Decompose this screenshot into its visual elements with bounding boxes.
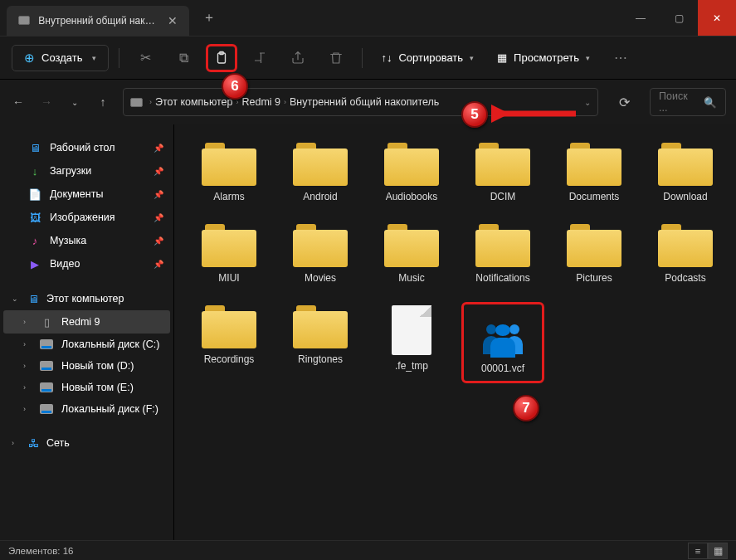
more-icon[interactable]: ⋯: [605, 44, 636, 72]
cut-icon[interactable]: ✂: [129, 44, 161, 72]
folder-icon: [658, 224, 713, 267]
sidebar-drive-item[interactable]: ›Локальный диск (C:): [3, 334, 170, 355]
sidebar-label: Загрузки: [50, 165, 91, 177]
breadcrumb-segment[interactable]: Этот компьютер: [155, 96, 232, 108]
file-item[interactable]: 00001.vcf: [461, 302, 544, 383]
new-tab-button[interactable]: ＋: [202, 9, 216, 27]
file-item[interactable]: .fe_tmp: [370, 302, 453, 383]
sidebar-network[interactable]: › 🖧 Сеть: [3, 431, 170, 455]
sidebar-label: Сеть: [46, 437, 70, 449]
refresh-button[interactable]: ⟳: [610, 88, 638, 116]
search-input[interactable]: Поиск ... 🔍: [650, 88, 726, 116]
sidebar-this-pc[interactable]: ⌄ 🖥 Этот компьютер: [3, 287, 170, 310]
pin-icon: 📌: [154, 260, 163, 269]
chevron-down-icon[interactable]: ⌄: [584, 98, 591, 107]
folder-item[interactable]: Recordings: [188, 302, 271, 383]
breadcrumb-segment[interactable]: Внутренний общий накопитель: [290, 96, 439, 108]
folder-item[interactable]: Notifications: [461, 221, 544, 287]
drive-icon: [130, 98, 143, 107]
paste-icon[interactable]: [206, 44, 237, 72]
up-button[interactable]: ↑: [95, 95, 111, 109]
sidebar-quick-item[interactable]: 🖼Изображения📌: [3, 206, 170, 229]
folder-item[interactable]: Documents: [553, 139, 636, 206]
sidebar-quick-item[interactable]: ♪Музыка📌: [3, 229, 170, 252]
folder-item[interactable]: MIUI: [188, 221, 271, 287]
pin-icon: 📌: [154, 236, 163, 246]
item-label: DCIM: [490, 191, 516, 202]
sidebar-drive-item[interactable]: ›Новый том (D:): [3, 355, 170, 377]
item-label: Recordings: [204, 353, 255, 365]
folder-item[interactable]: Podcasts: [644, 221, 727, 287]
sidebar-quick-item[interactable]: 🖥Рабочий стол📌: [3, 136, 170, 159]
annotation-arrow: [491, 104, 582, 124]
folder-icon: 📄: [28, 187, 41, 201]
item-label: Documents: [569, 191, 620, 202]
sidebar-quick-item[interactable]: ↓Загрузки📌: [3, 159, 170, 183]
breadcrumb-segment[interactable]: Redmi 9: [241, 96, 280, 108]
item-label: Pictures: [576, 272, 612, 284]
item-count: Элементов: 16: [8, 546, 73, 556]
folder-icon: [567, 143, 621, 186]
folder-item[interactable]: Android: [279, 139, 362, 206]
folder-item[interactable]: Download: [644, 139, 727, 206]
view-button[interactable]: ▦ Просмотреть ▾: [489, 46, 598, 69]
folder-item[interactable]: Audiobooks: [370, 139, 453, 206]
folder-item[interactable]: Pictures: [553, 221, 636, 287]
folder-item[interactable]: Movies: [279, 221, 362, 287]
copy-icon[interactable]: ⧉: [168, 44, 199, 72]
active-tab[interactable]: Внутренний общий накопит ✕: [7, 6, 189, 36]
new-label: Создать: [41, 51, 82, 64]
item-label: Android: [303, 191, 337, 202]
search-placeholder: Поиск ...: [659, 90, 697, 114]
folder-item[interactable]: Ringtones: [279, 302, 362, 383]
icons-view-button[interactable]: ▦: [708, 543, 728, 559]
sidebar-label: Локальный диск (C:): [61, 338, 159, 350]
view-label: Просмотреть: [514, 51, 579, 64]
body: 🖥Рабочий стол📌↓Загрузки📌📄Документы📌🖼Изоб…: [0, 124, 736, 540]
share-icon[interactable]: [282, 44, 314, 72]
chevron-down-icon[interactable]: ⌄: [66, 98, 83, 107]
sidebar-redmi-device[interactable]: › ▯ Redmi 9: [3, 310, 170, 334]
minimize-button[interactable]: —: [621, 0, 660, 36]
toolbar: ⊕ Создать ▾ ✂ ⧉ ↑↓ Сортировать ▾ ▦ Просм…: [0, 37, 736, 80]
chevron-down-icon: ▾: [92, 54, 96, 62]
chevron-right-icon: ›: [23, 362, 32, 370]
maximize-button[interactable]: ▢: [660, 0, 698, 36]
folder-item[interactable]: DCIM: [461, 139, 544, 206]
pin-icon: 📌: [154, 167, 163, 176]
sidebar-label: Локальный диск (F:): [61, 403, 158, 415]
new-button[interactable]: ⊕ Создать ▾: [12, 45, 109, 71]
sort-button[interactable]: ↑↓ Сортировать ▾: [373, 46, 482, 69]
sidebar-label: Этот компьютер: [46, 293, 124, 304]
rename-icon[interactable]: [244, 44, 275, 72]
sidebar-label: Новый том (E:): [61, 382, 134, 393]
folder-item[interactable]: Alarms: [188, 139, 271, 206]
close-button[interactable]: ✕: [698, 0, 736, 36]
forward-button[interactable]: →: [38, 95, 55, 109]
divider: [119, 48, 119, 68]
folder-icon: [293, 224, 348, 267]
details-view-button[interactable]: ≡: [688, 543, 708, 559]
back-button[interactable]: ←: [10, 95, 27, 109]
sidebar-quick-item[interactable]: 📄Документы📌: [3, 183, 170, 206]
window-controls: — ▢ ✕: [621, 0, 736, 36]
view-switcher: ≡ ▦: [688, 543, 728, 559]
folder-item[interactable]: Music: [370, 221, 453, 287]
disk-icon: [40, 361, 53, 371]
pin-icon: 📌: [154, 190, 163, 199]
tab-title: Внутренний общий накопит: [38, 15, 159, 27]
folder-icon: [567, 224, 621, 267]
sidebar-quick-item[interactable]: ▶Видео📌: [3, 252, 170, 275]
sidebar-drive-item[interactable]: ›Локальный диск (F:): [3, 398, 170, 420]
content-area[interactable]: AlarmsAndroidAudiobooksDCIMDocumentsDown…: [174, 124, 736, 540]
contacts-icon: [477, 311, 529, 358]
sidebar-label: Музыка: [50, 235, 86, 246]
sidebar: 🖥Рабочий стол📌↓Загрузки📌📄Документы📌🖼Изоб…: [0, 124, 174, 540]
delete-icon[interactable]: [320, 44, 352, 72]
sidebar-drive-item[interactable]: ›Новый том (E:): [3, 377, 170, 398]
annotation-7: 7: [513, 395, 539, 421]
close-tab-icon[interactable]: ✕: [168, 14, 178, 27]
disk-icon: [40, 339, 53, 349]
pin-icon: 📌: [154, 144, 163, 153]
phone-icon: ▯: [40, 315, 53, 329]
